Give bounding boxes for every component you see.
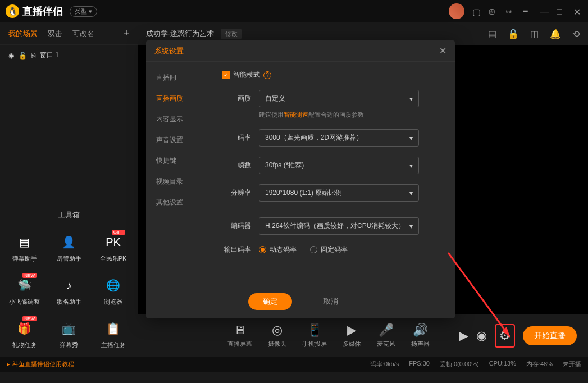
quality-label: 画质 <box>222 94 251 103</box>
type-dropdown[interactable]: 类型 ▾ <box>70 6 97 17</box>
radio-fixed-bitrate[interactable]: 固定码率 <box>310 245 348 254</box>
statusbar: ▸ 斗鱼直播伴侣使用教程 码率:0kb/s FPS:30 丢帧:0(0.00%)… <box>0 357 588 372</box>
tool-礼物任务[interactable]: 🎁礼物任务NEW <box>4 315 44 354</box>
bitrate-label: 码率 <box>222 133 251 143</box>
settings-nav-直播画质[interactable]: 直播画质 <box>146 88 208 109</box>
sidebar: 我的场景 双击 可改名 + ◉ 🔓 ⎘ 窗口 1 工具箱 ▤弹幕助手👤房管助手P… <box>0 22 138 357</box>
settings-nav-其他设置[interactable]: 其他设置 <box>146 192 208 213</box>
quality-select[interactable]: 自定义▾ <box>259 90 419 107</box>
source-手机投屏[interactable]: 📱手机投屏 <box>302 323 327 348</box>
tool-icon: 🎁 <box>16 320 34 338</box>
tutorial-link[interactable]: ▸ 斗鱼直播伴侣使用教程 <box>7 360 74 368</box>
source-麦克风[interactable]: 🎤麦克风 <box>377 323 395 348</box>
encoder-label: 编码器 <box>222 221 251 231</box>
user-avatar[interactable] <box>449 3 464 19</box>
tool-icon: PK <box>104 233 122 251</box>
resolution-label: 分辨率 <box>222 188 251 198</box>
resolution-select[interactable]: 1920*1080 (1:1) 原始比例▾ <box>259 184 419 202</box>
app-title: 直播伴侣 <box>22 4 63 18</box>
encoder-select[interactable]: H.264软件编码（画质较好，对CPU消耗较大）▾ <box>259 217 419 235</box>
eye-icon[interactable]: ◉ <box>476 329 487 343</box>
edit-title-button[interactable]: 修改 <box>221 29 242 39</box>
shirt-icon[interactable]: ⎃ <box>506 7 515 16</box>
modal-close-button[interactable]: ✕ <box>439 45 446 56</box>
record-icon[interactable]: ▶ <box>459 329 468 343</box>
settings-modal: 系统设置 ✕ 直播间直播画质内容显示声音设置快捷键视频目录其他设置 ✓ 智能模式… <box>146 40 455 318</box>
status-mem: 内存:48% <box>526 360 553 368</box>
settings-nav-视频目录[interactable]: 视频目录 <box>146 171 208 192</box>
screen-icon[interactable]: ▢ <box>472 7 481 16</box>
cancel-button[interactable]: 取消 <box>309 293 353 310</box>
tab-doubleclick[interactable]: 双击 <box>48 29 62 39</box>
settings-nav-声音设置[interactable]: 声音设置 <box>146 130 208 151</box>
start-broadcast-button[interactable]: 开始直播 <box>523 326 577 345</box>
fps-label: 帧数 <box>222 161 251 170</box>
source-多媒体[interactable]: ▶多媒体 <box>343 323 361 348</box>
tool-icon: ♪ <box>60 276 78 294</box>
gear-icon: ⚙ <box>499 329 510 343</box>
tool-主播任务[interactable]: 📋主播任务 <box>93 315 133 354</box>
source-扬声器[interactable]: 🔊扬声器 <box>411 323 430 348</box>
smart-mode-checkbox[interactable]: ✓ 智能模式 ? <box>222 70 271 80</box>
logo-icon: 🐧 <box>6 4 19 18</box>
share-icon[interactable]: ⟲ <box>572 29 580 39</box>
titlebar: 🐧 直播伴侣 类型 ▾ ▢ ⎚ ⎃ ≡ — □ ✕ <box>0 0 588 22</box>
status-drop: 丢帧:0(0.00%) <box>440 360 479 368</box>
source-直播屏幕[interactable]: 🖥直播屏幕 <box>227 323 252 348</box>
lock-icon[interactable]: 🔓 <box>19 52 27 60</box>
settings-button-highlighted[interactable]: ⚙ <box>495 324 515 348</box>
status-bitrate: 码率:0kb/s <box>370 360 399 368</box>
bottom-toolbar: 🖥直播屏幕◎摄像头📱手机投屏▶多媒体🎤麦克风🔊扬声器 ▶ ◉ ⚙ 开始直播 <box>138 314 588 357</box>
tool-全民乐PK[interactable]: PK全民乐PKGIFT <box>93 229 133 267</box>
room-title: 成功学-迷惑行为艺术 <box>146 29 214 39</box>
output-bitrate-label: 输出码率 <box>222 245 251 254</box>
visibility-icon[interactable]: ◉ <box>8 52 14 60</box>
status-live: 未开播 <box>563 360 581 368</box>
quality-hint: 建议使用智能测速配置合适的画质参数 <box>259 111 441 119</box>
bell-icon[interactable]: 🔔 <box>550 29 561 39</box>
tab-my-scenes[interactable]: 我的场景 <box>8 29 38 39</box>
minimize-icon[interactable]: — <box>540 7 549 16</box>
tool-icon: 📺 <box>60 320 78 338</box>
add-scene-button[interactable]: + <box>123 28 129 39</box>
modal-title: 系统设置 <box>154 46 184 56</box>
bitrate-select[interactable]: 3000（蓝光画质，2D网游推荐）▾ <box>259 129 419 147</box>
source-摄像头[interactable]: ◎摄像头 <box>268 323 286 348</box>
toolbox-header: 工具箱 <box>0 204 138 226</box>
chat-icon[interactable]: ▤ <box>488 29 496 39</box>
tool-浏览器[interactable]: 🌐浏览器 <box>93 272 133 311</box>
settings-nav-直播间[interactable]: 直播间 <box>146 67 208 88</box>
scene-name: 窗口 1 <box>40 51 59 60</box>
tab-rename[interactable]: 可改名 <box>72 29 94 39</box>
help-icon[interactable]: ? <box>263 71 271 79</box>
tool-icon: 📋 <box>104 320 122 338</box>
tool-icon: 🛸 <box>16 276 34 294</box>
tool-icon: 👤 <box>60 233 78 251</box>
scene-item[interactable]: ◉ 🔓 ⎘ 窗口 1 <box>0 45 138 66</box>
close-icon[interactable]: ✕ <box>573 7 582 16</box>
menu-icon[interactable]: ≡ <box>523 7 532 16</box>
settings-nav-快捷键[interactable]: 快捷键 <box>146 151 208 171</box>
tool-房管助手[interactable]: 👤房管助手 <box>49 229 89 267</box>
ok-button[interactable]: 确定 <box>248 293 292 310</box>
settings-nav-内容显示[interactable]: 内容显示 <box>146 109 208 130</box>
status-cpu: CPU:13% <box>489 360 516 368</box>
tool-弹幕助手[interactable]: ▤弹幕助手 <box>4 229 44 267</box>
fps-select[interactable]: 30fps (*推荐)▾ <box>259 157 419 174</box>
speedtest-link[interactable]: 智能测速 <box>284 111 308 118</box>
monitor-icon[interactable]: ⎚ <box>489 7 498 16</box>
maximize-icon[interactable]: □ <box>557 7 566 16</box>
tool-小飞碟调整[interactable]: 🛸小飞碟调整NEW <box>4 272 44 311</box>
radio-dynamic-bitrate[interactable]: 动态码率 <box>259 245 297 254</box>
unlock-icon[interactable]: 🔓 <box>508 29 519 39</box>
tool-歌名助手[interactable]: ♪歌名助手 <box>49 272 89 311</box>
tool-弹幕秀[interactable]: 📺弹幕秀 <box>49 315 89 354</box>
layout-icon[interactable]: ◫ <box>530 29 539 39</box>
tool-icon: 🌐 <box>104 276 122 294</box>
status-fps: FPS:30 <box>409 360 430 368</box>
tool-icon: ▤ <box>16 233 34 251</box>
copy-icon[interactable]: ⎘ <box>31 52 35 60</box>
